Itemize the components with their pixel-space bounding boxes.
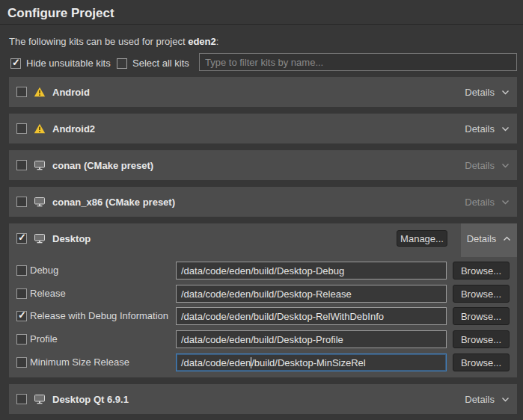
details-toggle-expanded[interactable]: Details [461, 223, 517, 257]
build-config-row-minsizerel: Minimum Size Release /data/code/eden/bui… [9, 353, 517, 371]
browse-button[interactable]: Browse... [453, 307, 510, 325]
build-dir-input[interactable] [176, 330, 447, 348]
browse-button[interactable]: Browse... [453, 330, 510, 348]
kit-name: Desktop [52, 233, 91, 244]
details-label: Details [465, 160, 495, 171]
desktop-icon [34, 197, 46, 207]
details-label: Details [467, 233, 497, 244]
browse-button[interactable]: Browse... [453, 353, 510, 371]
hide-unsuitable-kits-label: Hide unsuitable kits [26, 58, 111, 69]
build-dir-input-focused[interactable]: /data/code/eden/build/Desktop-MinSizeRel [176, 353, 447, 371]
kits-subtitle: The following kits can be used for proje… [9, 36, 218, 47]
browse-button[interactable]: Browse... [453, 285, 510, 303]
build-config-row-relwithdebinfo: Release with Debug Information Browse... [9, 307, 517, 325]
kit-row-conan: conan (CMake preset) Details [9, 150, 517, 180]
build-config-row-debug: Debug Browse... [9, 262, 517, 280]
warning-icon [34, 123, 46, 134]
subtitle-colon: : [216, 36, 219, 47]
page-title: Configure Project [7, 6, 114, 21]
kit-checkbox[interactable] [16, 160, 27, 170]
config-label: Profile [30, 333, 58, 345]
hide-unsuitable-kits-checkbox[interactable]: Hide unsuitable kits [10, 58, 111, 69]
config-label: Release with Debug Information [30, 310, 168, 321]
kit-checkbox[interactable] [16, 87, 27, 97]
title-divider [0, 24, 523, 25]
warning-icon [34, 87, 46, 97]
kit-checkbox[interactable] [16, 233, 27, 244]
desktop-icon [34, 394, 46, 404]
config-label: Release [30, 288, 66, 299]
chevron-up-icon [503, 236, 511, 241]
subtitle-text: The following kits can be used for proje… [9, 36, 188, 47]
config-checkbox[interactable] [16, 311, 27, 321]
kit-row-android2: Android2 Details [9, 114, 517, 143]
build-dir-input[interactable] [176, 262, 447, 280]
configure-project-page: { "header": { "title": "Configure Projec… [0, 0, 523, 420]
details-toggle[interactable]: Details [465, 114, 510, 143]
path-before-cursor: /data/code/eden [181, 357, 251, 368]
kit-row-android: Android Details [9, 77, 517, 107]
select-all-kits-label: Select all kits [132, 58, 189, 69]
kit-filter-input[interactable] [199, 53, 517, 71]
details-label: Details [465, 123, 495, 135]
checkbox-icon[interactable] [10, 58, 21, 69]
chevron-down-icon [501, 200, 510, 205]
kit-checkbox[interactable] [16, 394, 27, 404]
kit-name: Android2 [52, 123, 95, 135]
build-dir-input[interactable] [176, 307, 447, 325]
build-config-row-release: Release Browse... [9, 285, 517, 303]
kit-row-desktop-qt: Desktop Qt 6.9.1 Details [9, 384, 517, 414]
chevron-down-icon [501, 163, 510, 168]
config-label: Minimum Size Release [30, 356, 129, 368]
details-toggle[interactable]: Details [465, 77, 510, 107]
kit-checkbox[interactable] [16, 123, 27, 134]
kit-name: conan (CMake preset) [52, 160, 153, 171]
details-label: Details [465, 394, 495, 405]
browse-button[interactable]: Browse... [453, 262, 510, 280]
details-label: Details [465, 87, 495, 98]
config-checkbox[interactable] [16, 265, 27, 276]
config-label: Debug [30, 265, 58, 276]
kit-name: conan_x86 (CMake preset) [52, 197, 175, 208]
desktop-icon [34, 233, 46, 244]
config-checkbox[interactable] [16, 357, 27, 368]
config-checkbox[interactable] [16, 334, 27, 345]
kit-name: Desktop Qt 6.9.1 [52, 394, 129, 405]
details-toggle[interactable]: Details [465, 187, 510, 217]
select-all-kits-checkbox[interactable]: Select all kits [117, 58, 189, 69]
details-label: Details [465, 197, 495, 208]
kit-name: Android [52, 87, 90, 98]
kit-row-conan-x86: conan_x86 (CMake preset) Details [9, 187, 517, 217]
chevron-down-icon [501, 90, 510, 95]
kit-checkbox[interactable] [16, 197, 27, 207]
build-config-row-profile: Profile Browse... [9, 330, 517, 348]
build-dir-input[interactable] [176, 285, 447, 303]
kit-panel-desktop: Desktop Manage... Details Debug Browse..… [9, 223, 517, 377]
path-after-cursor: /build/Desktop-MinSizeRel [251, 357, 365, 368]
desktop-icon [34, 160, 46, 170]
chevron-down-icon [501, 397, 510, 402]
chevron-down-icon [501, 126, 510, 132]
config-checkbox[interactable] [16, 288, 27, 299]
checkbox-icon[interactable] [117, 58, 127, 69]
manage-kits-button[interactable]: Manage... [397, 230, 447, 247]
details-toggle[interactable]: Details [465, 150, 510, 180]
project-name: eden2 [188, 36, 216, 47]
details-toggle[interactable]: Details [465, 384, 510, 414]
